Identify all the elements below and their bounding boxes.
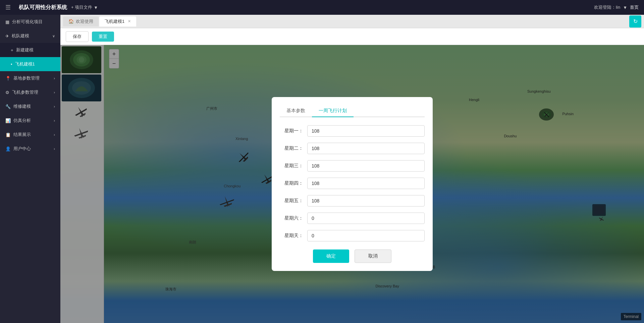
new-model-icon: + bbox=[11, 48, 13, 53]
tab-close-icon[interactable]: ✕ bbox=[128, 19, 131, 24]
modal-form: 星期一： 星期二： 星期三： 星期四： bbox=[280, 125, 425, 241]
map-area: + − 广州市 Xintang Chongkou 南朗 珠海市 Discover… bbox=[60, 45, 644, 323]
tuesday-input[interactable] bbox=[307, 143, 425, 154]
monday-label: 星期一： bbox=[280, 128, 303, 134]
sidebar-item-label: 机队建模 bbox=[12, 33, 29, 39]
aircraft-params-icon: ⚙ bbox=[5, 90, 9, 95]
sidebar-item-label: 仿真分析 bbox=[13, 118, 31, 124]
maintenance-icon: 🔧 bbox=[5, 104, 11, 109]
modal-tab-basic-params[interactable]: 基本参数 bbox=[280, 105, 312, 117]
modal-tab-weekly-plan[interactable]: 一周飞行计划 bbox=[312, 105, 354, 117]
toolbar: 保存 重置 bbox=[60, 28, 644, 45]
home-link[interactable]: 首页 bbox=[630, 4, 639, 10]
tab-welcome[interactable]: 🏠 欢迎使用 bbox=[63, 16, 99, 27]
sunday-label: 星期天： bbox=[280, 233, 303, 239]
base-params-icon: 📍 bbox=[5, 76, 11, 81]
sidebar-item-aircraft-params[interactable]: ⚙ 飞机参数管理 › bbox=[0, 85, 60, 99]
modal-tabs: 基本参数 一周飞行计划 bbox=[280, 105, 425, 117]
sidebar-item-maintenance[interactable]: 🔧 维修建模 › bbox=[0, 99, 60, 113]
form-row-saturday: 星期六： bbox=[280, 213, 425, 224]
sidebar-item-user-center[interactable]: 👤 用户中心 › bbox=[0, 142, 60, 156]
modal-overlay: 基本参数 一周飞行计划 星期一： 星期二： 星期三： bbox=[60, 45, 644, 323]
fleet-icon: ✈ bbox=[5, 34, 9, 39]
topbar-right: 欢迎登陆：lin ▼ 首页 bbox=[594, 4, 639, 10]
chevron-right-icon: › bbox=[54, 90, 55, 94]
analysis-icon: ▦ bbox=[5, 19, 9, 25]
friday-label: 星期五： bbox=[280, 198, 303, 204]
sidebar-item-label: 维修建模 bbox=[13, 103, 31, 109]
chevron-right-icon: › bbox=[54, 133, 55, 137]
form-row-wednesday: 星期三： bbox=[280, 160, 425, 172]
wednesday-input[interactable] bbox=[307, 160, 425, 172]
user-icon: 👤 bbox=[5, 146, 11, 151]
simulation-icon: 📊 bbox=[5, 118, 11, 123]
chevron-right-icon: › bbox=[54, 76, 55, 80]
thursday-label: 星期四： bbox=[280, 180, 303, 186]
cancel-button[interactable]: 取消 bbox=[355, 249, 391, 263]
chevron-down-icon: ∨ bbox=[52, 34, 55, 38]
chevron-right-icon: › bbox=[54, 147, 55, 151]
form-row-friday: 星期五： bbox=[280, 195, 425, 206]
confirm-button[interactable]: 确定 bbox=[313, 249, 349, 263]
sidebar-item-label: 新建建模 bbox=[16, 47, 34, 53]
sunday-input[interactable] bbox=[307, 230, 425, 241]
chevron-right-icon: › bbox=[54, 104, 55, 108]
sidebar-item-analysis[interactable]: ▦ 分析可视化项目 bbox=[0, 15, 60, 29]
saturday-label: 星期六： bbox=[280, 215, 303, 221]
form-row-thursday: 星期四： bbox=[280, 178, 425, 189]
project-file-button[interactable]: + 项目文件 ▼ bbox=[71, 4, 98, 10]
saturday-input[interactable] bbox=[307, 213, 425, 224]
sidebar-item-label: 结果展示 bbox=[13, 132, 31, 138]
topbar: ☰ 机队可用性分析系统 + 项目文件 ▼ 欢迎登陆：lin ▼ 首页 bbox=[0, 0, 644, 15]
sidebar-item-label: 分析可视化项目 bbox=[12, 19, 43, 25]
menu-icon[interactable]: ☰ bbox=[5, 4, 11, 11]
chevron-down-icon: ▼ bbox=[94, 5, 98, 10]
friday-input[interactable] bbox=[307, 195, 425, 206]
sidebar-item-label: 基地参数管理 bbox=[13, 75, 40, 81]
thursday-input[interactable] bbox=[307, 178, 425, 189]
monday-input[interactable] bbox=[307, 125, 425, 137]
user-dropdown-icon[interactable]: ▼ bbox=[623, 5, 627, 10]
tab-aircraft-model[interactable]: 飞机建模1 ✕ bbox=[99, 16, 136, 27]
main-layout: ▦ 分析可视化项目 ✈ 机队建模 ∨ + 新建建模 • 飞机建模1 📍 基地参数… bbox=[0, 15, 644, 323]
save-button[interactable]: 保存 bbox=[66, 31, 89, 42]
tuesday-label: 星期二： bbox=[280, 145, 303, 151]
form-row-sunday: 星期天： bbox=[280, 230, 425, 241]
home-icon: 🏠 bbox=[68, 19, 74, 24]
wednesday-label: 星期三： bbox=[280, 163, 303, 169]
tab-label: 欢迎使用 bbox=[76, 18, 93, 25]
content-area: 🏠 欢迎使用 飞机建模1 ✕ ↻ 保存 重置 bbox=[60, 15, 644, 323]
results-icon: 📋 bbox=[5, 132, 11, 137]
sidebar-item-fleet[interactable]: ✈ 机队建模 ∨ bbox=[0, 29, 60, 43]
sidebar-item-new-model[interactable]: + 新建建模 bbox=[0, 43, 60, 57]
sidebar-item-label: 飞机参数管理 bbox=[12, 89, 38, 95]
refresh-button[interactable]: ↻ bbox=[629, 15, 641, 28]
chevron-right-icon: › bbox=[54, 119, 55, 123]
tab-bar: 🏠 欢迎使用 飞机建模1 ✕ ↻ bbox=[60, 15, 644, 28]
aircraft-model-icon: • bbox=[11, 62, 12, 67]
welcome-text: 欢迎登陆：lin bbox=[594, 4, 620, 10]
modal-dialog: 基本参数 一周飞行计划 星期一： 星期二： 星期三： bbox=[272, 97, 433, 271]
form-row-tuesday: 星期二： bbox=[280, 143, 425, 154]
sidebar-item-results[interactable]: 📋 结果展示 › bbox=[0, 128, 60, 142]
sidebar-item-aircraft-model-1[interactable]: • 飞机建模1 bbox=[0, 57, 60, 71]
sidebar-item-label: 飞机建模1 bbox=[15, 61, 35, 67]
sidebar-item-base-params[interactable]: 📍 基地参数管理 › bbox=[0, 71, 60, 85]
app-title: 机队可用性分析系统 bbox=[19, 4, 67, 11]
sidebar-item-label: 用户中心 bbox=[13, 146, 31, 152]
tab-label: 飞机建模1 bbox=[105, 18, 124, 25]
sidebar: ▦ 分析可视化项目 ✈ 机队建模 ∨ + 新建建模 • 飞机建模1 📍 基地参数… bbox=[0, 15, 60, 323]
form-row-monday: 星期一： bbox=[280, 125, 425, 137]
modal-actions: 确定 取消 bbox=[280, 249, 425, 263]
sidebar-item-simulation[interactable]: 📊 仿真分析 › bbox=[0, 113, 60, 128]
reset-button[interactable]: 重置 bbox=[92, 32, 114, 42]
